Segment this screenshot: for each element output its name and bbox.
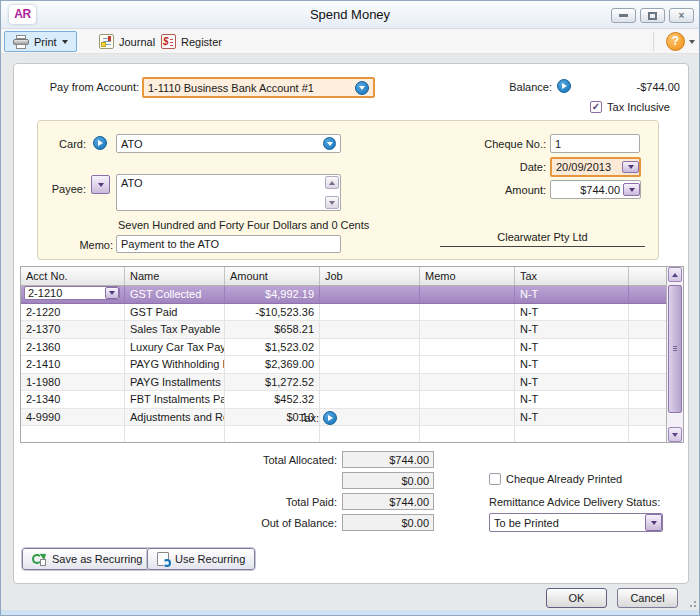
date-dropdown-icon[interactable] [622, 161, 639, 173]
cell-memo[interactable] [420, 321, 515, 338]
cell-name[interactable]: PAYG Installments [125, 374, 225, 391]
col-job[interactable]: Job [320, 267, 420, 285]
cell-acct[interactable]: 4-9990 [21, 409, 125, 426]
help-button[interactable]: ? [666, 32, 685, 51]
cell-memo[interactable] [420, 409, 515, 426]
cell-job[interactable] [320, 339, 420, 356]
cell-memo[interactable] [420, 391, 515, 408]
cell-tax[interactable]: N-T [515, 356, 629, 373]
memo-input[interactable]: Payment to the ATO [116, 235, 341, 253]
cell-tax[interactable]: N-T [515, 374, 629, 391]
cell-name[interactable]: GST Paid [125, 304, 225, 321]
scrollbar-down-icon[interactable] [668, 427, 682, 442]
tax-zoom-arrow-icon[interactable] [323, 411, 337, 425]
table-row[interactable]: 2-1360 Luxury Car Tax Payable $1,523.02 … [21, 339, 666, 357]
amount-input[interactable]: $744.00 [550, 180, 641, 199]
table-row[interactable]: 2-1340 FBT Instalments Payable $452.32 N… [21, 391, 666, 409]
cell-amount[interactable]: $1,523.02 [225, 339, 320, 356]
table-row[interactable]: 4-9990 Adjustments and Rounding $0.10 N-… [21, 409, 666, 427]
cell-memo[interactable] [420, 339, 515, 356]
close-button[interactable]: × [669, 8, 694, 23]
cell-tax[interactable]: N-T [515, 339, 629, 356]
balance-zoom-arrow-icon[interactable] [557, 79, 571, 93]
scroll-up-icon[interactable] [325, 176, 339, 189]
cell-amount[interactable]: $2,369.00 [225, 356, 320, 373]
register-button[interactable]: $ Register [153, 31, 230, 52]
resize-grip[interactable] [689, 600, 696, 607]
cell-tax[interactable]: N-T [515, 391, 629, 408]
cell-amount[interactable]: $452.32 [225, 391, 320, 408]
card-dropdown-icon[interactable] [323, 137, 336, 150]
card-zoom-arrow-icon[interactable] [93, 136, 107, 150]
col-amount[interactable]: Amount [225, 267, 320, 285]
cheque-already-printed-checkbox[interactable] [489, 473, 501, 485]
cell-job[interactable] [320, 304, 420, 321]
tax-inclusive-checkbox[interactable]: ✓ [590, 101, 602, 113]
scrollbar-up-icon[interactable] [668, 267, 682, 282]
ok-button[interactable]: OK [546, 588, 607, 608]
payee-textarea[interactable]: ATO [116, 174, 341, 211]
scroll-down-icon[interactable] [325, 196, 339, 209]
cell-tax[interactable]: N-T [515, 321, 629, 338]
table-scrollbar[interactable] [666, 267, 683, 442]
cell-job[interactable] [320, 374, 420, 391]
col-tax[interactable]: Tax [515, 267, 629, 285]
cell-job[interactable] [320, 391, 420, 408]
cell-acct[interactable]: 2-1410 [21, 356, 125, 373]
cell-tax[interactable]: N-T [515, 286, 629, 303]
cell-amount[interactable]: -$10,523.36 [225, 304, 320, 321]
help-dropdown-icon[interactable] [689, 40, 695, 44]
cell-memo[interactable] [420, 304, 515, 321]
table-row-selected[interactable]: 2-1210 GST Collected $4,992.19 N-T [21, 286, 666, 304]
cell-tax[interactable]: N-T [515, 304, 629, 321]
cell-acct[interactable]: 2-1370 [21, 321, 125, 338]
amount-dropdown-icon[interactable] [623, 183, 640, 196]
cell-name[interactable]: Sales Tax Payable [125, 321, 225, 338]
col-acct-no[interactable]: Acct No. [21, 267, 125, 285]
cell-name[interactable]: FBT Instalments Payable [125, 391, 225, 408]
cheque-no-input[interactable]: 1 [550, 134, 640, 153]
minimize-button[interactable] [611, 8, 636, 23]
cell-acct[interactable]: 2-1220 [21, 304, 125, 321]
use-recurring-button[interactable]: Use Recurring [147, 548, 255, 570]
cell-acct[interactable]: 2-1360 [21, 339, 125, 356]
cell-tax[interactable]: N-T [515, 409, 629, 426]
tax-inclusive-toggle[interactable]: ✓ Tax Inclusive [590, 101, 670, 113]
date-input[interactable]: 20/09/2013 [550, 157, 641, 177]
acct-dropdown-icon[interactable] [105, 287, 119, 299]
cell-name[interactable]: PAYG Withholding Payable [125, 356, 225, 373]
cell-memo[interactable] [420, 286, 515, 303]
col-memo[interactable]: Memo [420, 267, 515, 285]
save-as-recurring-button[interactable]: Save as Recurring [22, 548, 153, 570]
cell-acct[interactable]: 2-1340 [21, 391, 125, 408]
card-select[interactable]: ATO [116, 134, 341, 153]
table-row[interactable]: 2-1410 PAYG Withholding Payable $2,369.0… [21, 356, 666, 374]
maximize-button[interactable] [640, 8, 665, 23]
cell-amount[interactable]: $658.21 [225, 321, 320, 338]
table-row[interactable]: 2-1220 GST Paid -$10,523.36 N-T [21, 304, 666, 322]
cell-memo[interactable] [420, 374, 515, 391]
acct-combobox[interactable]: 2-1210 [24, 286, 120, 300]
cell-memo[interactable] [420, 356, 515, 373]
remittance-select[interactable]: To be Printed [489, 513, 663, 532]
account-dropdown-icon[interactable] [355, 81, 369, 95]
table-row[interactable]: 2-1370 Sales Tax Payable $658.21 N-T [21, 321, 666, 339]
cell-name[interactable]: Luxury Car Tax Payable [125, 339, 225, 356]
table-row[interactable]: 1-1980 PAYG Installments $1,272.52 N-T [21, 374, 666, 392]
col-name[interactable]: Name [125, 267, 225, 285]
cheque-already-printed-toggle[interactable]: Cheque Already Printed [489, 473, 622, 485]
cell-amount[interactable]: $4,992.19 [225, 286, 320, 303]
cell-acct[interactable]: 1-1980 [21, 374, 125, 391]
table-row-empty[interactable] [21, 426, 666, 443]
payee-dropdown-button[interactable] [91, 175, 110, 194]
cell-job[interactable] [320, 356, 420, 373]
cell-job[interactable] [320, 286, 420, 303]
cell-name[interactable]: GST Collected [125, 286, 225, 303]
cancel-button[interactable]: Cancel [617, 588, 678, 608]
remittance-dropdown-icon[interactable] [645, 514, 662, 531]
pay-from-account-select[interactable]: 1-1110 Business Bank Account #1 [142, 77, 375, 98]
cell-job[interactable] [320, 321, 420, 338]
scrollbar-thumb[interactable] [668, 285, 682, 413]
print-button[interactable]: Print [4, 31, 77, 52]
cell-amount[interactable]: $1,272.52 [225, 374, 320, 391]
